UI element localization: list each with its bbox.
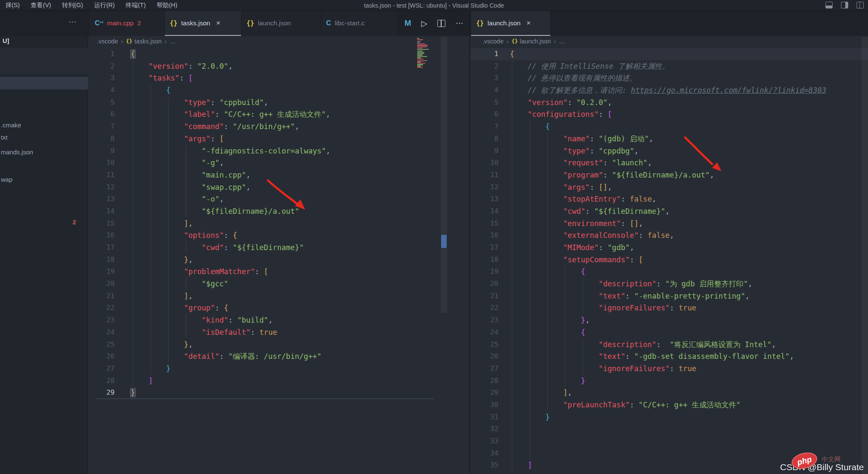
code-line[interactable]: 4 // 欲了解更多信息，请访问: https://go.microsoft.c… bbox=[470, 84, 868, 97]
code-line[interactable]: 33 bbox=[470, 435, 868, 447]
code-line[interactable]: 6 "configurations": [ bbox=[470, 108, 868, 121]
code-line[interactable]: 12 "args": [], bbox=[470, 181, 868, 194]
code-line[interactable]: 10 "-g", bbox=[88, 157, 470, 169]
line-number[interactable]: 3 bbox=[470, 72, 498, 84]
code-line[interactable]: 23 "kind": "build", bbox=[88, 314, 470, 326]
code-line[interactable]: 1{ bbox=[470, 48, 868, 60]
sidebar-item-cmake[interactable]: .cmake bbox=[1, 121, 21, 129]
line-number[interactable]: 34 bbox=[470, 447, 498, 460]
code-line[interactable]: 24 "isDefault": true bbox=[88, 326, 470, 339]
menu-help[interactable]: 帮助(H) bbox=[151, 0, 183, 11]
code-line[interactable]: 26 "text": "-gdb-set disassembly-flavor … bbox=[470, 350, 868, 363]
line-number[interactable]: 6 bbox=[88, 108, 115, 121]
code-line[interactable]: 16 "externalConsole": false, bbox=[470, 229, 868, 242]
line-number[interactable]: 23 bbox=[470, 314, 498, 326]
menu-go[interactable]: 转到(G) bbox=[56, 0, 88, 11]
line-number[interactable]: 10 bbox=[470, 157, 498, 169]
line-number[interactable]: 31 bbox=[470, 411, 498, 423]
code-line[interactable]: 3 "tasks": [ bbox=[88, 72, 470, 84]
tab-close-icon[interactable]: × bbox=[526, 19, 530, 27]
explorer-section-header[interactable]: U] bbox=[3, 37, 9, 44]
line-number[interactable]: 12 bbox=[470, 181, 498, 194]
line-number[interactable]: 9 bbox=[470, 145, 498, 157]
code-line[interactable]: 13 "-o", bbox=[88, 193, 470, 205]
code-line[interactable]: 4 { bbox=[88, 84, 470, 97]
line-number[interactable]: 27 bbox=[470, 363, 498, 375]
line-number[interactable]: 10 bbox=[88, 157, 115, 169]
line-number[interactable]: 2 bbox=[470, 60, 498, 73]
code-line[interactable]: 9 "-fdiagnostics-color=always", bbox=[88, 145, 470, 157]
code-line[interactable]: 6 "label": "C/C++: g++ 生成活动文件", bbox=[88, 108, 470, 121]
editor-group-divider[interactable] bbox=[469, 11, 470, 474]
editor-launch-json[interactable]: 1{2 // 使用 IntelliSense 了解相关属性。3 // 悬停以查看… bbox=[470, 46, 868, 474]
tab-libc-start-c[interactable]: C libc-start.c bbox=[321, 11, 398, 36]
code-line[interactable]: 25 "description": "将反汇编风格设置为 Intel", bbox=[470, 339, 868, 351]
line-number[interactable]: 29 bbox=[470, 387, 498, 399]
editor-tasks-json[interactable]: 1{2 "version": "2.0.0",3 "tasks": [4 {5 … bbox=[88, 46, 470, 474]
line-number[interactable]: 28 bbox=[470, 375, 498, 387]
line-number[interactable]: 13 bbox=[470, 193, 498, 205]
code-line[interactable]: 18 "setupCommands": [ bbox=[470, 254, 868, 266]
line-number[interactable]: 12 bbox=[88, 181, 115, 194]
line-number[interactable]: 24 bbox=[88, 326, 115, 339]
code-line[interactable]: 27 } bbox=[88, 363, 470, 375]
scrollbar-left[interactable] bbox=[441, 37, 447, 313]
code-line[interactable]: 32 bbox=[470, 423, 868, 435]
breadcrumb-file[interactable]: tasks.json bbox=[134, 38, 161, 45]
toggle-panel-icon[interactable] bbox=[825, 2, 833, 8]
code-line[interactable]: 23 }, bbox=[470, 314, 868, 326]
code-line[interactable]: 1{ bbox=[88, 48, 470, 60]
code-line[interactable]: 11 "program": "${fileDirname}/a.out", bbox=[470, 169, 868, 181]
code-line[interactable]: 8 "args": [ bbox=[88, 133, 470, 145]
breadcrumb-more[interactable]: … bbox=[170, 38, 176, 45]
code-line[interactable]: 22 "group": { bbox=[88, 302, 470, 314]
tab-launch-json-right[interactable]: {} launch.json × bbox=[471, 11, 551, 36]
line-number[interactable]: 22 bbox=[88, 302, 115, 314]
code-line[interactable]: 10 "request": "launch", bbox=[470, 157, 868, 169]
code-line[interactable]: 19 "problemMatcher": [ bbox=[88, 266, 470, 278]
code-line[interactable]: 13 "stopAtEntry": false, bbox=[470, 193, 868, 205]
line-number[interactable]: 21 bbox=[88, 290, 115, 302]
line-number[interactable]: 15 bbox=[88, 218, 115, 230]
code-line[interactable]: 20 "$gcc" bbox=[88, 278, 470, 290]
tab-tasks-json[interactable]: {} tasks.json × bbox=[165, 11, 241, 36]
code-line[interactable]: 2 // 使用 IntelliSense 了解相关属性。 bbox=[470, 60, 868, 73]
line-number[interactable]: 1 bbox=[470, 48, 498, 60]
code-line[interactable]: 27 "ignoreFailures": true bbox=[470, 363, 868, 375]
line-number[interactable]: 1 bbox=[88, 48, 115, 60]
code-line[interactable]: 2 "version": "2.0.0", bbox=[88, 60, 470, 73]
code-line[interactable]: 22 "ignoreFailures": true bbox=[470, 302, 868, 314]
code-line[interactable]: 16 "options": { bbox=[88, 229, 470, 242]
line-number[interactable]: 20 bbox=[470, 278, 498, 290]
code-line[interactable]: 15 ], bbox=[88, 218, 470, 230]
line-number[interactable]: 33 bbox=[470, 435, 498, 447]
line-number[interactable]: 18 bbox=[88, 254, 115, 266]
line-number[interactable]: 26 bbox=[88, 350, 115, 363]
code-line[interactable]: 3 // 悬停以查看现有属性的描述。 bbox=[470, 72, 868, 84]
line-number[interactable]: 18 bbox=[470, 254, 498, 266]
line-number[interactable]: 20 bbox=[88, 278, 115, 290]
breadcrumb-folder[interactable]: .vscode bbox=[97, 38, 118, 45]
sidebar-item-commands-json[interactable]: mands.json bbox=[1, 148, 33, 156]
line-number[interactable]: 19 bbox=[88, 266, 115, 278]
line-number[interactable]: 35 bbox=[470, 459, 498, 471]
code-line[interactable]: 5 "type": "cppbuild", bbox=[88, 97, 470, 109]
line-number[interactable]: 32 bbox=[470, 423, 498, 435]
code-line[interactable]: 7 { bbox=[470, 121, 868, 133]
line-number[interactable]: 6 bbox=[470, 108, 498, 121]
code-line[interactable]: 28 ] bbox=[88, 375, 470, 387]
sidebar-item-txt[interactable]: txt bbox=[1, 134, 8, 141]
line-number[interactable]: 3 bbox=[88, 72, 115, 84]
toggle-sidebar-icon[interactable] bbox=[841, 2, 848, 8]
tab-close-icon[interactable]: × bbox=[216, 19, 220, 27]
line-number[interactable]: 7 bbox=[470, 121, 498, 133]
menu-run[interactable]: 运行(R) bbox=[88, 0, 120, 11]
line-number[interactable]: 15 bbox=[470, 218, 498, 230]
line-number[interactable]: 11 bbox=[470, 169, 498, 181]
line-number[interactable]: 14 bbox=[470, 205, 498, 218]
breadcrumb-folder[interactable]: .vscode bbox=[482, 38, 504, 45]
code-line[interactable]: 12 "swap.cpp", bbox=[88, 181, 470, 194]
line-number[interactable]: 4 bbox=[88, 84, 115, 97]
line-number[interactable]: 9 bbox=[88, 145, 115, 157]
code-line[interactable]: 17 "MIMode": "gdb", bbox=[470, 242, 868, 254]
